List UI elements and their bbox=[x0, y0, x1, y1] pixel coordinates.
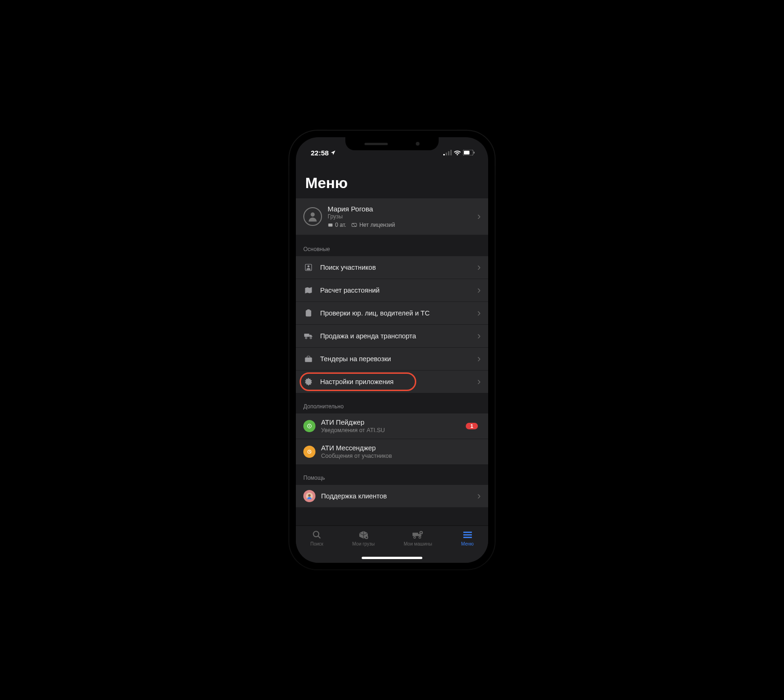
chevron-right-icon: › bbox=[477, 330, 481, 342]
svg-point-7 bbox=[311, 212, 315, 217]
svg-point-24 bbox=[308, 494, 310, 497]
status-time: 22:58 bbox=[311, 149, 329, 157]
svg-rect-6 bbox=[474, 152, 475, 154]
battery-icon bbox=[463, 149, 475, 157]
svg-rect-0 bbox=[443, 154, 445, 155]
svg-rect-2 bbox=[448, 151, 449, 155]
truck-add-icon bbox=[412, 530, 423, 540]
row-label: Расчет расстояний bbox=[320, 287, 477, 294]
row-sub: Уведомления от ATI.SU bbox=[321, 427, 466, 434]
row-label: Проверки юр. лиц, водителей и ТС bbox=[320, 309, 477, 317]
svg-point-17 bbox=[310, 337, 311, 339]
messenger-icon bbox=[303, 446, 315, 458]
screen: 22:58 Меню bbox=[296, 137, 488, 563]
row-messenger[interactable]: АТИ Мессенджер Сообщения от участников bbox=[296, 439, 488, 464]
chevron-right-icon: › bbox=[477, 210, 481, 223]
map-icon bbox=[303, 286, 314, 294]
row-label: Тендеры на перевозки bbox=[320, 355, 477, 363]
participants-icon bbox=[303, 263, 314, 272]
svg-point-25 bbox=[313, 532, 319, 537]
svg-rect-5 bbox=[464, 151, 469, 154]
row-title: АТИ Пейджер bbox=[321, 419, 466, 426]
row-title: АТИ Мессенджер bbox=[321, 444, 481, 452]
row-distance-calc[interactable]: Расчет расстояний › bbox=[296, 279, 488, 302]
clipboard-icon bbox=[303, 309, 314, 317]
avatar bbox=[303, 207, 322, 226]
tab-label: Поиск bbox=[310, 541, 323, 546]
svg-point-12 bbox=[308, 266, 310, 268]
section-main-label: Основные bbox=[296, 246, 488, 256]
chevron-right-icon: › bbox=[477, 490, 481, 502]
row-search-participants[interactable]: Поиск участников › bbox=[296, 256, 488, 279]
phone-frame: 22:58 Меню bbox=[289, 131, 495, 569]
section-help-label: Помощь bbox=[296, 475, 488, 485]
tab-search[interactable]: Поиск bbox=[310, 530, 323, 563]
svg-rect-3 bbox=[450, 150, 452, 155]
row-checks[interactable]: Проверки юр. лиц, водителей и ТС › bbox=[296, 302, 488, 325]
svg-rect-1 bbox=[446, 153, 447, 155]
profile-license: Нет лицензий bbox=[351, 222, 395, 228]
svg-point-16 bbox=[305, 337, 307, 339]
profile-subtitle: Грузы bbox=[328, 213, 477, 220]
page-title: Меню bbox=[305, 175, 479, 192]
svg-rect-8 bbox=[329, 224, 333, 227]
tab-label: Меню bbox=[461, 541, 474, 546]
home-indicator[interactable] bbox=[362, 557, 422, 559]
row-pager[interactable]: АТИ Пейджер Уведомления от ATI.SU 1 bbox=[296, 413, 488, 439]
tab-menu[interactable]: Меню bbox=[461, 530, 474, 563]
menu-icon bbox=[462, 530, 473, 540]
profile-name: Мария Рогова bbox=[328, 205, 477, 213]
gear-icon bbox=[303, 378, 314, 386]
row-sub: Сообщения от участников bbox=[321, 453, 481, 459]
chevron-right-icon: › bbox=[477, 376, 481, 388]
row-label: Продажа и аренда транспорта bbox=[320, 332, 477, 340]
row-label: Поиск участников bbox=[320, 264, 477, 271]
page-header: Меню bbox=[296, 158, 488, 198]
truck-icon bbox=[303, 332, 314, 340]
svg-point-21 bbox=[309, 426, 310, 427]
notch bbox=[345, 137, 439, 150]
row-tenders[interactable]: Тендеры на перевозки › bbox=[296, 348, 488, 371]
support-icon bbox=[303, 490, 315, 502]
tab-label: Мои грузы bbox=[352, 541, 375, 546]
profile-balance: 0 ат. bbox=[328, 222, 346, 228]
box-icon bbox=[358, 530, 369, 540]
svg-rect-18 bbox=[305, 357, 312, 362]
notification-badge: 1 bbox=[466, 423, 478, 429]
svg-rect-14 bbox=[308, 310, 310, 311]
svg-point-29 bbox=[419, 537, 421, 539]
cellular-icon bbox=[443, 149, 452, 157]
svg-point-28 bbox=[414, 537, 416, 539]
row-support[interactable]: Поддержка клиентов › bbox=[296, 485, 488, 507]
search-icon bbox=[312, 530, 322, 540]
row-app-settings[interactable]: Настройки приложения › bbox=[296, 371, 488, 393]
profile-card[interactable]: Мария Рогова Грузы 0 ат. Нет лицензий › bbox=[296, 198, 488, 235]
briefcase-icon bbox=[303, 355, 314, 363]
section-extra-label: Дополнительно bbox=[296, 403, 488, 413]
row-label: Настройки приложения bbox=[320, 378, 477, 385]
list-main: Поиск участников › Расчет расстояний › П… bbox=[296, 256, 488, 393]
chevron-right-icon: › bbox=[477, 353, 481, 365]
chevron-right-icon: › bbox=[477, 261, 481, 273]
list-extra: АТИ Пейджер Уведомления от ATI.SU 1 АТИ … bbox=[296, 413, 488, 464]
location-icon bbox=[330, 149, 336, 157]
svg-rect-27 bbox=[413, 532, 418, 536]
svg-line-10 bbox=[352, 223, 356, 227]
content[interactable]: Мария Рогова Грузы 0 ат. Нет лицензий › bbox=[296, 198, 488, 525]
chevron-right-icon: › bbox=[477, 284, 481, 296]
pager-icon bbox=[303, 420, 315, 432]
row-transport-sale[interactable]: Продажа и аренда транспорта › bbox=[296, 325, 488, 348]
svg-rect-15 bbox=[304, 334, 309, 337]
row-label: Поддержка клиентов bbox=[321, 492, 477, 500]
tab-label: Мои машины bbox=[404, 541, 432, 546]
wifi-icon bbox=[454, 149, 461, 157]
chevron-right-icon: › bbox=[477, 307, 481, 319]
list-help: Поддержка клиентов › bbox=[296, 485, 488, 507]
